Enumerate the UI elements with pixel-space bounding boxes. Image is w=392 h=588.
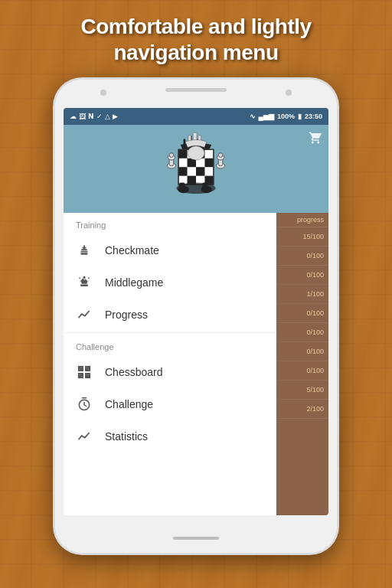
progress-item-6: 0/100 [276, 342, 328, 361]
phone-home-bar [173, 537, 219, 540]
svg-rect-39 [86, 369, 88, 371]
menu-item-middlegame[interactable]: Middlegame [64, 266, 276, 299]
svg-rect-8 [178, 167, 187, 175]
svg-point-16 [169, 153, 174, 158]
headline-line1: Comfortable and lightly [80, 15, 311, 38]
play-icon: ▶ [113, 113, 118, 120]
battery-percent: 100% [277, 113, 295, 120]
notif-icon: 𝗡 [88, 113, 94, 120]
section-challenge-label: Challenge [64, 335, 276, 356]
svg-rect-38 [88, 367, 90, 369]
menu-item-progress[interactable]: Progress [64, 299, 276, 331]
menu-item-challenge[interactable]: Challenge [64, 388, 276, 420]
signal-bar-icon: ▄▅▆ [259, 113, 274, 120]
right-panel: progress 15/100 0/100 0/100 1/100 0/100 … [276, 213, 328, 515]
headline: Comfortable and lightly navigation menu [65, 0, 326, 73]
progress-item-3: 1/100 [276, 285, 328, 304]
progress-item-8: 5/100 [276, 381, 328, 400]
svg-point-29 [188, 146, 204, 160]
cloud-icon: ☁ [70, 113, 77, 120]
svg-rect-45 [88, 376, 90, 378]
menu-list: Training Checkmate [64, 213, 276, 515]
chess-logo-svg [154, 129, 238, 209]
cart-button[interactable] [309, 131, 322, 149]
statistics-label: Statistics [105, 430, 148, 443]
status-bar: ☁ 🖼 𝗡 ✓ △ ▶ ∿ ▄▅▆ 100% ▮ 23:50 [64, 108, 328, 125]
king-icon [76, 242, 93, 259]
chessboard-label: Chessboard [105, 366, 163, 378]
svg-rect-7 [204, 158, 213, 167]
menu-item-chessboard[interactable]: Chessboard [64, 356, 276, 388]
chess-logo [154, 131, 238, 207]
svg-rect-44 [86, 376, 88, 378]
svg-rect-34 [79, 367, 81, 369]
checkmate-label: Checkmate [105, 244, 159, 256]
warning-icon: △ [105, 113, 110, 120]
battery-icon: ▮ [298, 113, 302, 120]
progress-item-2: 0/100 [276, 266, 328, 285]
progress-item-4: 0/100 [276, 304, 328, 323]
svg-rect-4 [178, 149, 187, 158]
phone-mockup: ☁ 🖼 𝗡 ✓ △ ▶ ∿ ▄▅▆ 100% ▮ 23:50 [54, 79, 338, 554]
svg-point-20 [218, 153, 223, 158]
progress-item-9: 2/100 [276, 400, 328, 419]
status-icons-left: ☁ 🖼 𝗡 ✓ △ ▶ [70, 113, 118, 120]
grid-icon [76, 364, 93, 381]
image-icon: 🖼 [79, 113, 86, 120]
menu-area: Training Checkmate [64, 213, 328, 515]
wifi-icon: ∿ [250, 113, 256, 120]
right-panel-header: progress [276, 213, 328, 227]
status-right: ∿ ▄▅▆ 100% ▮ 23:50 [250, 113, 322, 120]
progress-item-5: 0/100 [276, 323, 328, 342]
app-header [64, 125, 328, 213]
progress-item-0: 15/100 [276, 227, 328, 247]
check-icon: ✓ [96, 113, 103, 120]
svg-point-25 [176, 183, 215, 194]
svg-rect-10 [196, 167, 204, 175]
phone-screen: ☁ 🖼 𝗡 ✓ △ ▶ ∿ ▄▅▆ 100% ▮ 23:50 [64, 108, 328, 515]
statistics-chart-icon [76, 428, 93, 445]
challenge-label: Challenge [105, 398, 153, 410]
middlegame-label: Middlegame [105, 276, 163, 289]
svg-rect-36 [80, 369, 83, 371]
queen-icon [76, 274, 93, 291]
menu-item-statistics[interactable]: Statistics [64, 420, 276, 452]
svg-rect-41 [80, 374, 83, 376]
progress-item-1: 0/100 [276, 247, 328, 266]
progress-item-7: 0/100 [276, 361, 328, 381]
progress-label: Progress [105, 309, 148, 321]
time-display: 23:50 [305, 113, 322, 120]
menu-item-checkmate[interactable]: Checkmate [64, 234, 276, 266]
divider-1 [64, 332, 276, 333]
timer-icon [76, 396, 93, 413]
svg-rect-42 [79, 376, 81, 378]
headline-line2: navigation menu [114, 41, 279, 64]
section-training-label: Training [64, 213, 276, 234]
progress-chart-icon [76, 306, 93, 323]
